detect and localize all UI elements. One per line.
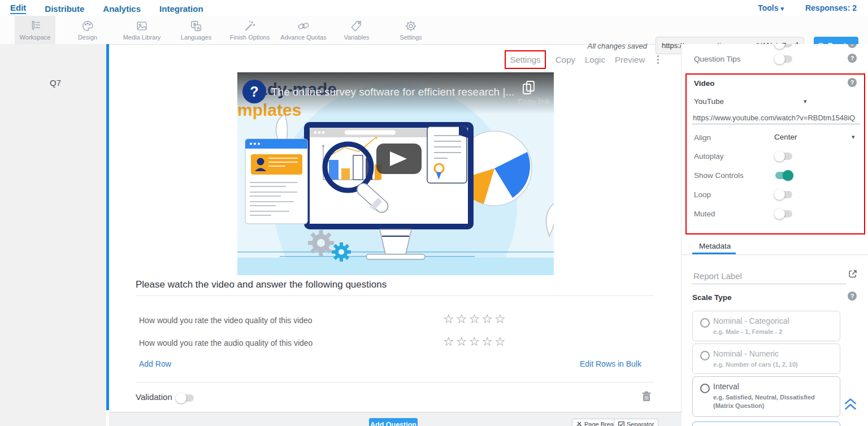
trash-icon <box>642 391 651 402</box>
settings-gear-icon <box>405 20 417 32</box>
matrix-row-label[interactable]: How would you rate the audio quality of … <box>139 338 313 347</box>
star-icon[interactable]: ☆ <box>481 312 494 326</box>
radio-icon[interactable] <box>700 351 710 360</box>
star-icon[interactable]: ☆ <box>456 334 469 349</box>
scale-option-nominal-numeric[interactable]: Nominal - Numeric e.g. Number of cars (1… <box>692 344 840 374</box>
question-logic-link[interactable]: Logic <box>585 55 605 64</box>
validation-toggle[interactable] <box>177 394 194 402</box>
delete-question-button[interactable] <box>642 391 651 404</box>
toolbar-label: Workspace <box>20 34 51 41</box>
question-settings-panel: ? Question Tips ? Video ? YouTube ▾ http… <box>682 44 868 426</box>
caret-down-icon[interactable]: ▾ <box>852 133 855 141</box>
caret-down-icon[interactable]: ▾ <box>804 98 807 105</box>
question-copy-link[interactable]: Copy <box>555 55 575 64</box>
open-report-label-button[interactable] <box>848 269 858 281</box>
tab-metadata[interactable]: Metadata <box>699 242 731 250</box>
add-row-button[interactable]: Add Row <box>139 359 171 368</box>
toolbar-label: Variables <box>344 34 369 41</box>
toolbar: Workspace Design Media Library A Languag… <box>0 16 868 45</box>
help-icon[interactable]: ? <box>848 78 857 87</box>
external-link-icon <box>848 269 858 279</box>
separator-checkbox-icon <box>618 421 624 426</box>
tools-menu[interactable]: Tools ▾ <box>758 3 784 12</box>
toolbar-label: Media Library <box>123 34 161 41</box>
more-options-menu-icon[interactable] <box>656 54 660 66</box>
show-controls-toggle[interactable] <box>775 172 792 179</box>
report-label-input[interactable] <box>692 268 846 284</box>
caret-down-icon: ▾ <box>780 5 784 12</box>
star-rating-row: ☆☆☆☆☆ <box>443 312 507 326</box>
gear-icon <box>308 230 334 256</box>
toolbar-media-library-button[interactable]: Media Library <box>115 16 169 44</box>
edit-rows-in-bulk-button[interactable]: Edit Rows in Bulk <box>580 359 641 368</box>
collapse-panel-button[interactable] <box>843 395 858 414</box>
radio-icon[interactable] <box>700 384 710 393</box>
scale-option-partial[interactable] <box>692 421 840 426</box>
toolbar-languages-button[interactable]: A Languages <box>169 16 223 44</box>
nav-integration[interactable]: Integration <box>159 3 203 14</box>
toolbar-settings-button[interactable]: Settings <box>384 16 438 44</box>
star-icon[interactable]: ☆ <box>494 312 507 326</box>
divider <box>136 382 654 382</box>
star-icon[interactable]: ☆ <box>494 334 507 349</box>
star-icon[interactable]: ☆ <box>468 334 481 349</box>
save-status: All changes saved <box>568 42 647 50</box>
toolbar-finish-options-button[interactable]: Finish Options <box>223 16 277 44</box>
radio-icon[interactable] <box>700 318 710 328</box>
editor-bottom-bar: Add Question Page Break Separator <box>109 412 682 426</box>
star-icon[interactable]: ☆ <box>456 312 469 326</box>
question-settings-link[interactable]: Settings <box>510 55 540 64</box>
play-button-icon[interactable] <box>376 144 422 174</box>
star-icon[interactable]: ☆ <box>443 334 456 349</box>
question-number-label[interactable]: Q7 <box>50 78 61 88</box>
toolbar-label: Settings <box>400 34 422 41</box>
toolbar-design-button[interactable]: Design <box>60 16 115 44</box>
video-title[interactable]: The online survey software for efficient… <box>271 86 514 98</box>
matrix-row-label[interactable]: How would you rate the video quality of … <box>139 316 313 325</box>
top-nav: Edit Distribute Analytics Integration To… <box>0 0 868 16</box>
separator-button[interactable]: Separator <box>614 419 658 426</box>
help-icon[interactable]: ? <box>848 54 857 63</box>
question-actions: Settings Copy Logic Preview <box>505 50 660 69</box>
advance-quotas-links-icon <box>297 20 310 32</box>
toolbar-advance-quotas-button[interactable]: Advance Quotas <box>276 16 331 44</box>
scale-option-interval[interactable]: Interval e.g. Satisfied, Neutral, Dissat… <box>692 376 840 417</box>
input-underline <box>692 124 860 124</box>
loop-toggle[interactable] <box>775 191 792 198</box>
autoplay-toggle[interactable] <box>775 153 792 160</box>
help-icon[interactable]: ? <box>848 292 857 301</box>
muted-label: Muted <box>694 210 715 218</box>
toolbar-workspace-button[interactable]: Workspace <box>15 16 55 44</box>
show-controls-label: Show Controls <box>694 171 744 180</box>
help-icon[interactable]: ? <box>848 44 857 48</box>
add-question-button[interactable]: Add Question <box>369 418 418 426</box>
profile-card-illustration <box>245 139 307 224</box>
responses-link[interactable]: Responses: 2 <box>805 3 857 12</box>
star-icon[interactable]: ☆ <box>481 334 494 349</box>
toolbar-variables-button[interactable]: Variables <box>329 16 384 44</box>
svg-text:Copy link: Copy link <box>518 97 551 106</box>
variables-tag-icon <box>350 20 363 32</box>
video-url-input[interactable]: https://www.youtube.com/watch?v=RBDtm154… <box>693 114 860 122</box>
question-tips-label: Question Tips <box>694 55 741 63</box>
question-text[interactable]: Please watch the video and answer the fo… <box>136 279 387 290</box>
star-icon[interactable]: ☆ <box>468 312 481 326</box>
nav-distribute[interactable]: Distribute <box>45 3 84 14</box>
selected-question-indicator <box>106 44 109 410</box>
youtube-video-player[interactable]: ady-made mplates ? The online survey sof… <box>237 72 554 275</box>
toolbar-label: Languages <box>181 34 211 41</box>
video-provider-select[interactable]: YouTube <box>694 97 724 106</box>
question-tips-toggle[interactable] <box>775 55 792 63</box>
scale-option-nominal-categorical[interactable]: Nominal - Categorical e.g. Male - 1, Fem… <box>692 311 840 341</box>
muted-toggle[interactable] <box>775 210 792 218</box>
nav-analytics[interactable]: Analytics <box>103 3 141 14</box>
gear-icon-small <box>332 242 351 262</box>
partial-toggle[interactable] <box>775 44 792 47</box>
align-label: Align <box>694 133 711 142</box>
question-preview-link[interactable]: Preview <box>615 55 645 64</box>
media-library-icon <box>136 20 148 32</box>
nav-edit[interactable]: Edit <box>10 2 26 14</box>
questionpro-logo-glyph: ? <box>250 84 258 99</box>
star-icon[interactable]: ☆ <box>443 312 456 326</box>
align-select[interactable]: Center <box>774 133 797 141</box>
